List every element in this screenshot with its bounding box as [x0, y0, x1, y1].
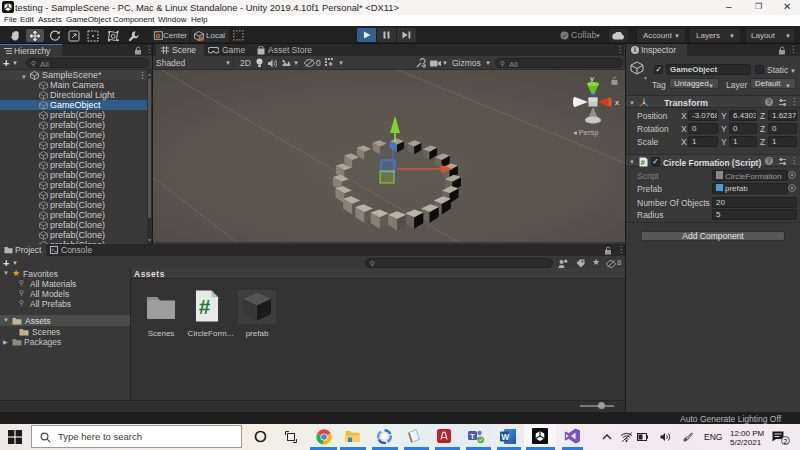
svg-text:y: y [590, 74, 594, 83]
svg-text:#: # [641, 158, 646, 167]
svg-text:W: W [501, 432, 510, 442]
svg-text:x: x [615, 98, 619, 107]
svg-text:◂ Persp: ◂ Persp [573, 128, 598, 137]
svg-text:T: T [470, 432, 475, 441]
svg-text:#: # [199, 295, 211, 318]
